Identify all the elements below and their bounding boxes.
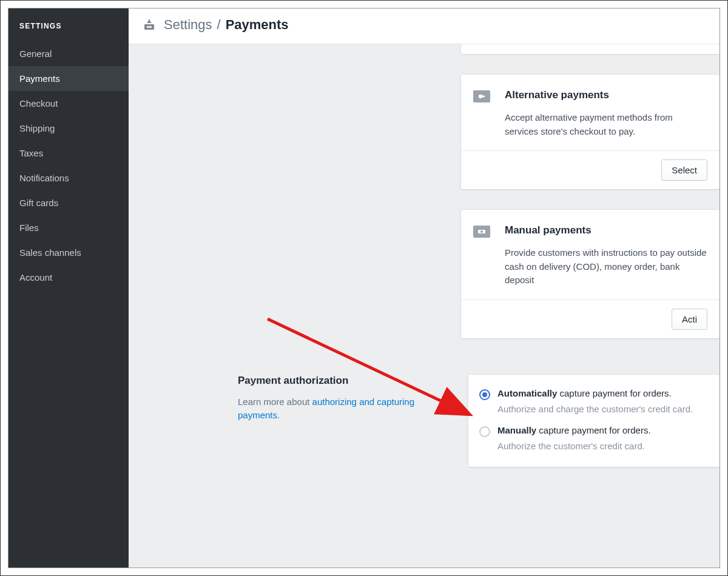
manual-payments-card: Manual payments Provide customers with i… [461, 210, 720, 338]
alternative-payments-title: Alternative payments [505, 89, 707, 101]
manual-payments-icon [473, 226, 490, 238]
learn-more-suffix: . [277, 410, 280, 420]
sidebar-item-shipping[interactable]: Shipping [8, 116, 129, 141]
payment-capture-options: Automatically capture payment for orders… [468, 375, 720, 467]
breadcrumb: Settings / Payments [164, 17, 289, 33]
svg-rect-4 [482, 96, 485, 98]
capture-manually-radio[interactable] [479, 426, 490, 437]
settings-sidebar: SETTINGS General Payments Checkout Shipp… [8, 8, 129, 568]
manual-payments-title: Manual payments [505, 224, 707, 236]
sidebar-item-files[interactable]: Files [8, 215, 129, 240]
svg-rect-1 [147, 26, 152, 28]
breadcrumb-sep: / [217, 17, 221, 33]
sidebar-header: SETTINGS [8, 8, 129, 41]
settings-icon [143, 19, 155, 30]
capture-manually-help: Authorize the customer's credit card. [497, 441, 709, 451]
payment-authorization-heading: Payment authorization [238, 375, 444, 387]
activate-manual-button[interactable]: Acti [672, 309, 707, 330]
breadcrumb-root[interactable]: Settings [164, 17, 212, 33]
sidebar-item-general[interactable]: General [8, 41, 129, 66]
learn-more-prefix: Learn more about [238, 397, 312, 407]
sidebar-item-payments[interactable]: Payments [8, 66, 129, 91]
breadcrumb-current: Payments [226, 17, 289, 33]
sidebar-item-notifications[interactable]: Notifications [8, 166, 129, 190]
content-scroll: Alternative payments Accept alternative … [129, 44, 720, 568]
payment-authorization-help: Learn more about authorizing and capturi… [238, 395, 444, 423]
sidebar-item-taxes[interactable]: Taxes [8, 141, 129, 166]
main-area: Settings / Payments Alternative payments… [129, 8, 720, 568]
alternative-payments-icon [473, 90, 490, 102]
capture-manually-label[interactable]: Manually capture payment for orders. [497, 425, 651, 435]
sidebar-item-checkout[interactable]: Checkout [8, 91, 129, 116]
alternative-payments-card: Alternative payments Accept alternative … [461, 75, 720, 189]
sidebar-item-account[interactable]: Account [8, 265, 129, 290]
alternative-payments-desc: Accept alternative payment methods from … [505, 111, 707, 138]
payment-authorization-section: Payment authorization Learn more about a… [129, 375, 720, 467]
manual-payments-desc: Provide customers with instructions to p… [505, 246, 707, 287]
top-bar: Settings / Payments [129, 8, 720, 44]
select-alternative-button[interactable]: Select [661, 159, 707, 181]
capture-automatically-radio[interactable] [479, 389, 490, 400]
capture-automatically-help: Authorize and charge the customer's cred… [497, 404, 709, 414]
svg-point-7 [480, 230, 483, 233]
sidebar-item-sales-channels[interactable]: Sales channels [8, 240, 129, 265]
sidebar-item-gift-cards[interactable]: Gift cards [8, 190, 129, 215]
previous-card-sliver [461, 44, 720, 54]
capture-automatically-label[interactable]: Automatically capture payment for orders… [497, 388, 672, 398]
svg-point-3 [479, 95, 482, 98]
